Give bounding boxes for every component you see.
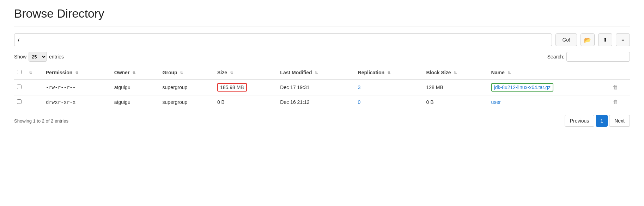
col-header-name[interactable]: Name ⇅ (488, 66, 610, 80)
sort-owner-icon: ⇅ (132, 71, 135, 75)
row1-sort-cell (25, 79, 43, 95)
row2-permission: drwxr-xr-x (43, 95, 111, 109)
sort-block-size-icon: ⇅ (454, 71, 457, 75)
row2-delete-icon[interactable]: 🗑 (613, 99, 618, 105)
previous-button[interactable]: Previous (565, 115, 594, 127)
files-table: ⇅ Permission ⇅ Owner ⇅ Group ⇅ Size ⇅ La… (14, 66, 630, 109)
entries-select[interactable]: 25 10 50 100 (29, 52, 47, 62)
row2-sort-cell (25, 95, 43, 109)
row2-size: 0 B (214, 95, 277, 109)
table-row: -rw-r--r-- atguigu supergroup 185.98 MB … (14, 79, 630, 95)
col-header-checkbox (14, 66, 25, 80)
path-input[interactable] (14, 33, 552, 46)
search-label: Search: (547, 54, 564, 60)
select-all-checkbox[interactable] (17, 70, 22, 74)
row2-group: supergroup (160, 95, 214, 109)
row1-size-value: 185.98 MB (217, 83, 247, 92)
upload-icon: ⬆ (603, 37, 607, 43)
row1-name-link[interactable]: jdk-8u212-linux-x64.tar.gz (494, 85, 551, 90)
page-title: Browse Directory (14, 7, 630, 20)
row2-replication: 0 (355, 95, 424, 109)
row1-delete-icon[interactable]: 🗑 (613, 84, 618, 90)
path-bar: Go! 📂 ⬆ ≡ (14, 33, 630, 46)
row1-permission: -rw-r--r-- (43, 79, 111, 95)
sort-permission-icon: ⇅ (75, 71, 78, 75)
sort-last-modified-icon: ⇅ (315, 71, 318, 75)
footer-row: Showing 1 to 2 of 2 entries Previous 1 N… (14, 115, 630, 127)
row2-block-size: 0 B (423, 95, 488, 109)
row1-replication: 3 (355, 79, 424, 95)
row1-size: 185.98 MB (214, 79, 277, 95)
row2-checkbox[interactable] (17, 99, 22, 104)
col-header-sort-all[interactable]: ⇅ (25, 66, 43, 80)
pagination: Previous 1 Next (565, 115, 630, 127)
list-button[interactable]: ≡ (616, 33, 630, 46)
col-header-actions (610, 66, 630, 80)
col-header-block-size[interactable]: Block Size ⇅ (423, 66, 488, 80)
row1-name: jdk-8u212-linux-x64.tar.gz (488, 79, 610, 95)
sort-name-icon: ⇅ (508, 71, 511, 75)
row1-delete-cell: 🗑 (610, 79, 630, 95)
sort-size-icon: ⇅ (230, 71, 233, 75)
page-1-button[interactable]: 1 (596, 115, 608, 127)
sort-group-icon: ⇅ (180, 71, 183, 75)
row1-group: supergroup (160, 79, 214, 95)
list-icon: ≡ (621, 37, 624, 43)
upload-button[interactable]: ⬆ (598, 33, 612, 46)
row2-checkbox-cell (14, 95, 25, 109)
showing-text: Showing 1 to 2 of 2 entries (14, 118, 68, 124)
go-button[interactable]: Go! (555, 33, 577, 46)
row1-block-size: 128 MB (423, 79, 488, 95)
search-input[interactable] (566, 52, 630, 62)
show-entries: Show 25 10 50 100 entries (14, 52, 64, 62)
row2-owner: atguigu (111, 95, 160, 109)
sort-all-icon: ⇅ (29, 71, 32, 75)
folder-icon: 📂 (584, 37, 591, 43)
col-header-size[interactable]: Size ⇅ (214, 66, 277, 80)
controls-row: Show 25 10 50 100 entries Search: (14, 52, 630, 62)
row1-checkbox-cell (14, 79, 25, 95)
sort-replication-icon: ⇅ (387, 71, 390, 75)
search-area: Search: (547, 52, 630, 62)
col-header-replication[interactable]: Replication ⇅ (355, 66, 424, 80)
row2-delete-cell: 🗑 (610, 95, 630, 109)
row1-last-modified: Dec 17 19:31 (277, 79, 355, 95)
row1-replication-link[interactable]: 3 (358, 85, 361, 90)
folder-button[interactable]: 📂 (581, 33, 595, 46)
col-header-group[interactable]: Group ⇅ (160, 66, 214, 80)
row1-name-highlight: jdk-8u212-linux-x64.tar.gz (491, 83, 553, 92)
next-button[interactable]: Next (609, 115, 630, 127)
row2-name: user (488, 95, 610, 109)
table-row: drwxr-xr-x atguigu supergroup 0 B Dec 16… (14, 95, 630, 109)
row1-checkbox[interactable] (17, 85, 22, 89)
row1-owner: atguigu (111, 79, 160, 95)
row2-replication-link[interactable]: 0 (358, 99, 361, 105)
show-label: Show (14, 54, 26, 60)
col-header-permission[interactable]: Permission ⇅ (43, 66, 111, 80)
entries-label: entries (49, 54, 64, 60)
row2-last-modified: Dec 16 21:12 (277, 95, 355, 109)
col-header-owner[interactable]: Owner ⇅ (111, 66, 160, 80)
col-header-last-modified[interactable]: Last Modified ⇅ (277, 66, 355, 80)
row2-name-link[interactable]: user (491, 99, 501, 105)
